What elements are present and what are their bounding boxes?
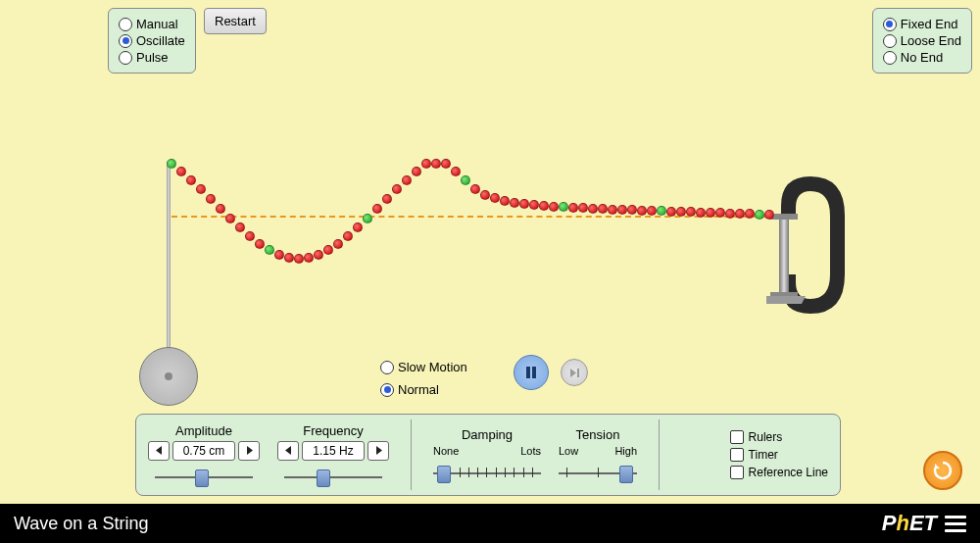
amplitude-value[interactable]: 0.75 cm (172, 441, 235, 461)
bead[interactable] (421, 159, 431, 169)
slider-thumb[interactable] (619, 466, 633, 483)
oscillator-wheel[interactable] (139, 347, 198, 406)
bead[interactable] (588, 204, 598, 214)
slider-thumb[interactable] (195, 469, 209, 487)
mode-option-pulse[interactable]: Pulse (119, 50, 185, 65)
bead[interactable] (451, 167, 461, 176)
bead[interactable] (333, 239, 343, 249)
bead-marker[interactable] (265, 245, 274, 255)
bead[interactable] (216, 204, 225, 214)
damping-low-label: None (433, 445, 459, 457)
bead-marker[interactable] (559, 202, 568, 212)
bead[interactable] (470, 184, 480, 194)
frequency-decrement[interactable] (277, 441, 299, 461)
bead[interactable] (235, 222, 245, 232)
bead[interactable] (284, 253, 294, 263)
bead-marker[interactable] (657, 206, 666, 216)
bead[interactable] (412, 167, 421, 176)
speed-option-normal[interactable]: Normal (380, 382, 467, 397)
bead[interactable] (519, 199, 529, 209)
frequency-slider[interactable] (284, 468, 382, 487)
bead[interactable] (304, 253, 314, 263)
amplitude-slider[interactable] (155, 468, 253, 487)
bead[interactable] (529, 200, 539, 210)
bead[interactable] (510, 198, 519, 208)
phet-logo[interactable]: PhET (882, 511, 966, 536)
bead[interactable] (696, 208, 706, 218)
bead[interactable] (176, 167, 186, 176)
end-option-fixed[interactable]: Fixed End (883, 17, 961, 31)
bead[interactable] (343, 231, 353, 241)
bead[interactable] (549, 202, 559, 212)
end-option-noend[interactable]: No End (883, 50, 961, 65)
mode-option-manual[interactable]: Manual (119, 17, 185, 31)
bead-marker[interactable] (755, 210, 764, 220)
rulers-checkbox[interactable]: Rulers (730, 430, 828, 444)
end-option-loose[interactable]: Loose End (883, 33, 961, 48)
bead[interactable] (353, 222, 363, 232)
tension-high-label: High (614, 445, 637, 457)
bead[interactable] (245, 231, 255, 241)
bead[interactable] (372, 204, 382, 214)
refline-checkbox[interactable]: Reference Line (730, 466, 828, 479)
amplitude-increment[interactable] (238, 441, 260, 461)
frequency-increment[interactable] (368, 441, 389, 461)
bead[interactable] (578, 203, 588, 213)
frequency-title: Frequency (303, 423, 363, 438)
frequency-value[interactable]: 1.15 Hz (302, 441, 365, 461)
bead[interactable] (490, 193, 500, 203)
bead[interactable] (647, 206, 657, 216)
bead[interactable] (294, 254, 304, 264)
bead[interactable] (764, 210, 774, 220)
bead[interactable] (539, 201, 549, 211)
bead[interactable] (480, 190, 490, 200)
bead[interactable] (186, 175, 196, 185)
bead[interactable] (431, 159, 441, 169)
bead[interactable] (666, 207, 676, 217)
bead-marker[interactable] (167, 159, 176, 169)
bead[interactable] (500, 196, 510, 206)
bead[interactable] (725, 209, 735, 219)
slider-thumb[interactable] (437, 466, 451, 483)
damping-slider[interactable] (433, 464, 541, 483)
bead[interactable] (392, 184, 402, 194)
checkbox-icon (730, 430, 744, 444)
bead[interactable] (598, 204, 608, 214)
bead[interactable] (568, 203, 578, 213)
bead[interactable] (617, 205, 627, 215)
amplitude-decrement[interactable] (148, 441, 170, 461)
bead[interactable] (735, 209, 745, 219)
bead[interactable] (402, 175, 412, 185)
bead[interactable] (637, 206, 647, 216)
bead[interactable] (323, 245, 333, 255)
menu-icon[interactable] (945, 516, 966, 532)
chevron-right-icon (245, 446, 254, 455)
bead[interactable] (274, 250, 284, 260)
tension-slider[interactable] (559, 464, 637, 483)
bead[interactable] (225, 214, 235, 223)
bead[interactable] (255, 239, 265, 249)
slider-thumb[interactable] (317, 469, 330, 487)
bead-marker[interactable] (363, 214, 372, 223)
bead[interactable] (676, 207, 686, 217)
bead[interactable] (382, 194, 392, 204)
reset-all-button[interactable] (923, 451, 962, 490)
bead[interactable] (715, 208, 725, 218)
restart-button[interactable]: Restart (204, 8, 267, 34)
bead[interactable] (627, 205, 637, 215)
mode-option-oscillate[interactable]: Oscillate (119, 33, 185, 48)
pause-button[interactable] (514, 355, 549, 390)
bead[interactable] (441, 159, 451, 169)
bead-marker[interactable] (461, 175, 470, 185)
bead[interactable] (196, 184, 206, 194)
step-button[interactable] (561, 359, 588, 386)
timer-label: Timer (749, 448, 778, 462)
timer-checkbox[interactable]: Timer (730, 448, 828, 462)
bead[interactable] (745, 209, 755, 219)
bead[interactable] (706, 208, 715, 218)
bead[interactable] (686, 207, 696, 217)
bead[interactable] (314, 250, 323, 260)
bead[interactable] (608, 205, 617, 215)
bead[interactable] (206, 194, 216, 204)
speed-option-slow[interactable]: Slow Motion (380, 360, 467, 374)
